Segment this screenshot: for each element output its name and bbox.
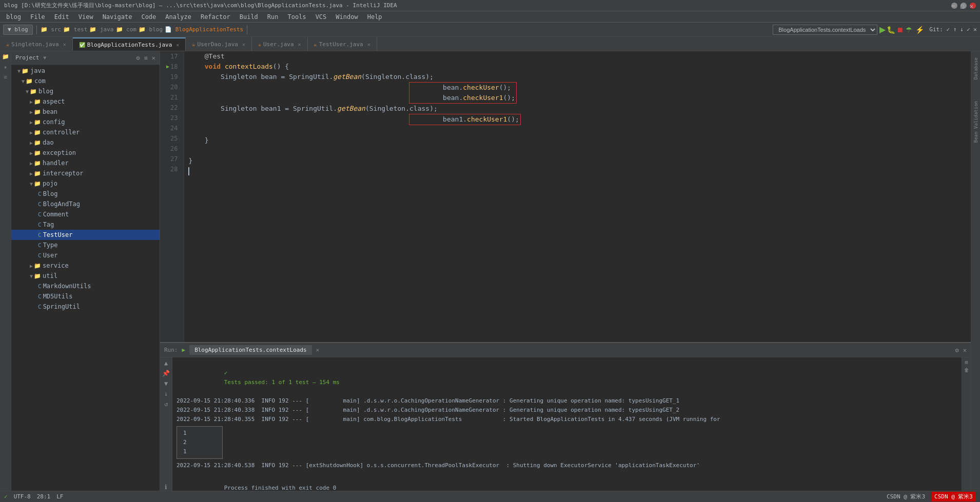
menu-view[interactable]: View <box>74 12 97 22</box>
menu-tools[interactable]: Tools <box>284 12 310 22</box>
tree-blog[interactable]: ▼ 📁 blog <box>11 86 160 96</box>
TestUser-label: TestUser <box>43 231 73 238</box>
tree-Tag[interactable]: C Tag <box>11 219 160 230</box>
singleton-tab-close[interactable]: ✕ <box>63 42 66 47</box>
project-icon[interactable]: 📁 <box>2 53 10 62</box>
tree-BlogAndTag[interactable]: C BlogAndTag <box>11 199 160 209</box>
TestUser-icon: C <box>38 232 42 238</box>
tab-user[interactable]: ☕ User.java ✕ <box>252 37 308 51</box>
tree-controller[interactable]: ▶ 📁 controller <box>11 127 160 137</box>
favorites-icon[interactable]: ★ <box>2 64 10 72</box>
tree-exception[interactable]: ▶ 📁 exception <box>11 148 160 158</box>
tab-userdao[interactable]: ☕ UserDao.java ✕ <box>186 37 252 51</box>
tree-Comment[interactable]: C Comment <box>11 209 160 219</box>
tree-Blog[interactable]: C Blog <box>11 189 160 199</box>
menu-run[interactable]: Run <box>263 12 283 22</box>
tree-service[interactable]: ▶ 📁 service <box>11 260 160 271</box>
close-btn[interactable]: ✕ <box>970 3 976 9</box>
code-line-21: bean. checkUser1 (); <box>410 93 515 103</box>
aspect-expand: ▶ <box>30 99 33 105</box>
scroll-up-icon[interactable]: ▲ <box>164 359 168 367</box>
settings-icon[interactable]: ⚙ <box>136 54 140 62</box>
run-config-select[interactable]: BlogApplicationTests.contextLoads <box>773 25 877 35</box>
menu-build[interactable]: Build <box>236 12 262 22</box>
bottom-settings-icon[interactable]: ⚙ <box>955 347 959 354</box>
code-line-26 <box>188 146 967 156</box>
menu-edit[interactable]: Edit <box>50 12 73 22</box>
layout-icon[interactable]: ≡ <box>144 54 148 62</box>
menu-code[interactable]: Code <box>137 12 160 22</box>
tree-util[interactable]: ▼ 📁 util <box>11 271 160 281</box>
toolbar-blog: 📁 blog <box>139 26 163 33</box>
filter-icon[interactable]: ▼ <box>164 380 168 387</box>
run-gutter-icon[interactable]: ▶ <box>166 62 169 72</box>
util-label: util <box>43 272 57 279</box>
output-num-3: 1 <box>183 447 216 456</box>
menu-file[interactable]: File <box>26 12 49 22</box>
tab-blogapplicationtests[interactable]: ✅ BlogApplicationTests.java ✕ <box>73 37 186 51</box>
status-csdn-badge: CSDN @ 紫米3 <box>931 492 976 501</box>
bean-validation-sidebar-label[interactable]: Bean Validation <box>973 99 978 145</box>
coverage-button[interactable]: ☂ <box>905 26 913 34</box>
bottom-info-icon[interactable]: ℹ <box>165 484 167 491</box>
bottom-right-icon-2[interactable]: 🗑 <box>964 367 969 373</box>
tree-pojo[interactable]: ▼ 📁 pojo <box>11 178 160 189</box>
debug-button[interactable]: 🐛 <box>887 26 895 34</box>
menu-vcs[interactable]: VCS <box>311 12 331 22</box>
testuser-tab-close[interactable]: ✕ <box>367 42 370 47</box>
tree-aspect[interactable]: ▶ 📁 aspect <box>11 96 160 107</box>
menu-refactor[interactable]: Refactor <box>197 12 234 22</box>
tree-MarkdownUtils[interactable]: C MarkdownUtils <box>11 281 160 291</box>
bottom-tab-close[interactable]: ✕ <box>316 347 320 353</box>
pin-icon[interactable]: 📌 <box>162 370 170 377</box>
minimize-btn[interactable]: ─ <box>951 3 957 9</box>
bottom-close-icon[interactable]: ✕ <box>963 347 967 354</box>
menu-analyze[interactable]: Analyze <box>161 12 195 22</box>
tree-handler[interactable]: ▶ 📁 handler <box>11 158 160 168</box>
bean-expand: ▶ <box>30 109 33 115</box>
menu-help[interactable]: Help <box>363 12 386 22</box>
tree-java[interactable]: ▼ 📁 java <box>11 66 160 76</box>
user-tab-close[interactable]: ✕ <box>298 42 301 47</box>
checkmark-icon: ✓ <box>224 370 231 376</box>
console-output[interactable]: ✓ Tests passed: 1 of 1 test – 154 ms 202… <box>172 357 962 491</box>
tree-User[interactable]: C User <box>11 250 160 260</box>
project-dropdown-icon[interactable]: ▼ <box>43 55 46 61</box>
stop-button[interactable]: ⏹ <box>896 26 904 34</box>
database-sidebar-label[interactable]: Database <box>973 55 978 82</box>
maximize-btn[interactable]: □ <box>961 3 967 9</box>
blogapptests-tab-close[interactable]: ✕ <box>176 42 179 48</box>
tree-MD5Utils[interactable]: C MD5Utils <box>11 291 160 302</box>
menu-navigate[interactable]: Navigate <box>99 12 136 22</box>
tree-Type[interactable]: C Type <box>11 240 160 250</box>
reload-icon[interactable]: ↺ <box>164 400 168 408</box>
interceptor-folder-icon: 📁 <box>34 170 41 177</box>
MD5Utils-label: MD5Utils <box>43 293 73 300</box>
close-panel-icon[interactable]: ✕ <box>152 54 155 62</box>
bottom-right-icon-1[interactable]: ⊞ <box>965 359 968 365</box>
tree-interceptor[interactable]: ▶ 📁 interceptor <box>11 168 160 178</box>
java-expand: ▼ <box>17 68 21 74</box>
tree-TestUser[interactable]: C TestUser <box>11 230 160 240</box>
tree-config[interactable]: ▶ 📁 config <box>11 117 160 127</box>
User-label: User <box>43 252 58 259</box>
menu-blog[interactable]: blog <box>2 12 25 22</box>
tree-bean[interactable]: ▶ 📁 bean <box>11 107 160 117</box>
profile-button[interactable]: ⚡ <box>914 26 925 34</box>
project-tree: ▼ 📁 java ▼ 📁 com ▼ 📁 blog <box>11 65 160 491</box>
scroll-down-icon[interactable]: ↓ <box>164 390 168 397</box>
code-view[interactable]: 17 ▶ 18 19 20 21 22 23 24 25 26 27 28 <box>160 51 971 342</box>
userdao-tab-close[interactable]: ✕ <box>242 42 245 47</box>
tab-testuser[interactable]: ☕ TestUser.java ✕ <box>308 37 377 51</box>
tree-com[interactable]: ▼ 📁 com <box>11 76 160 86</box>
menu-window[interactable]: Window <box>331 12 362 22</box>
tree-SpringUtil[interactable]: C SpringUtil <box>11 302 160 312</box>
handler-folder-icon: 📁 <box>34 160 41 167</box>
structure-icon[interactable]: ≡ <box>2 74 10 82</box>
tree-dao[interactable]: ▶ 📁 dao <box>11 137 160 148</box>
toolbar-project-btn[interactable]: ▼ blog <box>3 25 33 35</box>
tab-singleton[interactable]: ☕ Singleton.java ✕ <box>0 37 73 51</box>
exception-expand: ▶ <box>30 150 33 156</box>
run-button[interactable]: ▶ <box>879 25 886 34</box>
bottom-tab-blogapptests[interactable]: BlogApplicationTests.contextLoads <box>189 345 312 355</box>
